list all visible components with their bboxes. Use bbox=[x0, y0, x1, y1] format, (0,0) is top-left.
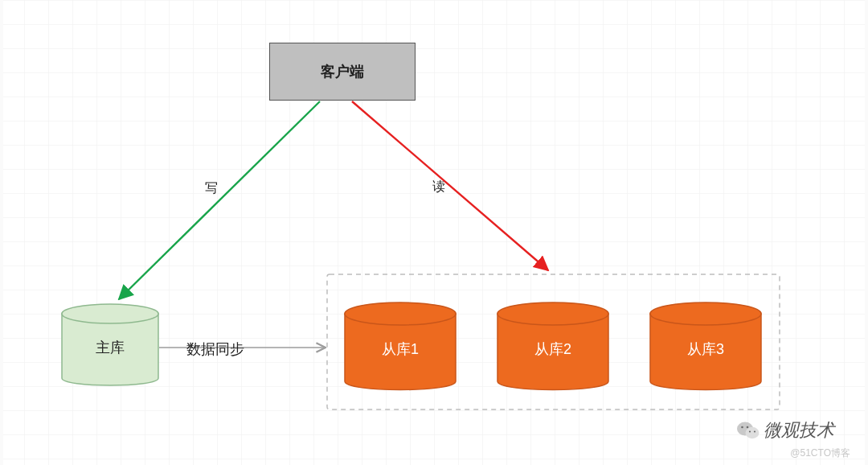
svg-rect-0 bbox=[0, 0, 868, 465]
slave-2-label: 从库2 bbox=[534, 341, 571, 357]
client-node: 客户端 bbox=[269, 43, 416, 101]
brand-logo: 微观技术 bbox=[736, 418, 834, 442]
svg-rect-2 bbox=[865, 0, 868, 465]
svg-point-8 bbox=[746, 427, 760, 438]
edge-write-label: 写 bbox=[205, 180, 218, 197]
watermark-text: @51CTO博客 bbox=[790, 446, 850, 460]
svg-point-5 bbox=[497, 302, 608, 325]
svg-rect-1 bbox=[0, 0, 3, 465]
slave-3-label: 从库3 bbox=[687, 341, 724, 357]
slave-cylinder-2: 从库2 bbox=[497, 302, 608, 390]
master-cylinder: 主库 bbox=[62, 304, 158, 385]
brand-text: 微观技术 bbox=[764, 418, 834, 442]
svg-point-4 bbox=[345, 302, 456, 325]
svg-point-11 bbox=[749, 430, 751, 432]
svg-point-6 bbox=[650, 302, 761, 325]
svg-point-9 bbox=[741, 426, 743, 429]
diagram-svg: 主库 从库1 从库2 从库3 bbox=[0, 0, 868, 465]
client-label: 客户端 bbox=[321, 62, 364, 81]
slave-cylinder-3: 从库3 bbox=[650, 302, 761, 390]
slave-1-label: 从库1 bbox=[382, 341, 419, 357]
master-label: 主库 bbox=[96, 339, 125, 356]
wechat-icon bbox=[736, 420, 760, 441]
svg-point-10 bbox=[747, 426, 749, 429]
diagram-canvas: 主库 从库1 从库2 从库3 客户端 写 读 数据同步 bbox=[0, 0, 868, 465]
slave-cylinder-1: 从库1 bbox=[345, 302, 456, 390]
svg-point-12 bbox=[754, 430, 755, 432]
edge-read-label: 读 bbox=[432, 179, 445, 195]
svg-point-3 bbox=[62, 304, 158, 323]
edge-sync-label: 数据同步 bbox=[186, 339, 244, 359]
